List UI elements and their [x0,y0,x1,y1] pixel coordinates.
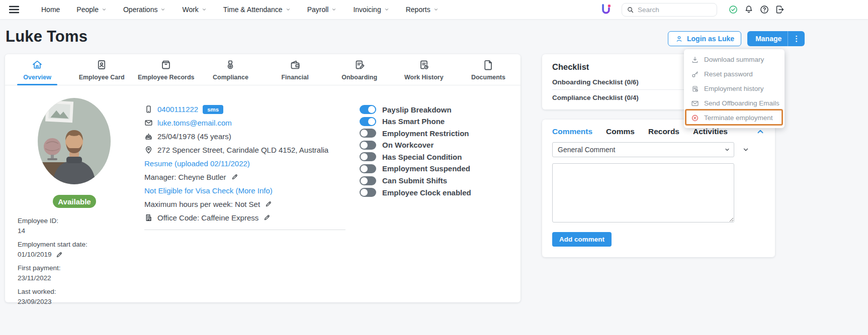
overview-content: Available Employee ID: 14 Employment sta… [5,85,520,302]
nav-item-time-attendance[interactable]: Time & Attendance [223,6,291,14]
toggle-label: Payslip Breakdown [382,105,452,114]
document-edit-icon [354,59,366,71]
toggle-switch[interactable] [360,152,376,161]
kebab-menu-icon[interactable]: ⋮ [788,31,805,46]
tab-onboarding[interactable]: Onboarding [327,54,392,85]
nav-item-work[interactable]: Work [182,6,206,14]
nav-item-payroll[interactable]: Payroll [307,6,337,14]
tab-employee-card[interactable]: Employee Card [69,54,134,85]
add-comment-button[interactable]: Add comment [552,232,612,247]
menu-item-send-offboarding-emails[interactable]: Send Offboarding Emails [684,96,785,110]
hamburger-menu-icon[interactable] [9,6,19,14]
toggle-employment-restriction[interactable]: Employment Restriction [360,129,471,138]
detail-label: Employment start date: [18,240,88,250]
tab-label: Employee Records [138,74,195,81]
detail-value: 14 [18,226,25,236]
toggle-switch[interactable] [360,164,376,173]
edit-pencil-icon[interactable] [265,200,272,208]
toggle-switch[interactable] [360,141,376,150]
global-search[interactable] [622,3,717,17]
help-icon[interactable] [759,5,769,15]
detail-value: 01/10/2019 [18,250,52,260]
nav-item-people[interactable]: People [76,6,107,14]
tab-financial[interactable]: Financial [263,54,327,85]
toggle-can-submit-shifts[interactable]: Can Submit Shifts [360,176,471,185]
menu-item-reset-password[interactable]: Reset password [684,67,785,81]
tab-activities[interactable]: Activities [693,127,728,136]
employee-overview-card: Overview Employee Card Employee Records … [5,54,520,302]
toggle-has-special-condition[interactable]: Has Special Condition [360,152,471,161]
email-link[interactable]: luke.toms@email.com [157,119,232,127]
nav-label: People [76,6,99,14]
employee-photo [38,98,111,184]
toggle-has-smart-phone[interactable]: Has Smart Phone [360,117,471,126]
nav-item-operations[interactable]: Operations [123,6,165,14]
comment-textarea[interactable] [552,163,734,222]
menu-item-terminate-employment[interactable]: Terminate employment [684,110,785,125]
detail-value: 23/09/2023 [18,297,52,307]
toggle-employment-suspended[interactable]: Employment Suspended [360,164,471,173]
toggle-switch[interactable] [360,105,376,114]
menu-item-employment-history[interactable]: Employment history [684,81,785,96]
edit-pencil-icon[interactable] [231,173,238,181]
birthday-row: 25/04/1978 (45 years) [144,130,360,143]
mobile-phone-icon [144,105,153,114]
manage-button[interactable]: Manage ⋮ [747,31,805,46]
toggle-label: Has Smart Phone [382,117,445,126]
status-check-icon[interactable] [728,5,738,15]
resume-link[interactable]: Resume (uploaded 02/11/2022) [144,159,250,168]
tab-compliance[interactable]: Compliance [198,54,263,85]
sms-badge[interactable]: sms [203,105,223,114]
toggle-payslip-breakdown[interactable]: Payslip Breakdown [360,105,471,114]
toggle-label: Employee Clock enabled [382,188,471,197]
detail-start-date: Employment start date: 01/10/2019 [18,240,88,260]
download-icon [691,56,699,64]
toggle-switch[interactable] [360,129,376,138]
collapse-chevron-up-icon[interactable] [756,127,765,136]
search-input[interactable] [638,6,703,14]
person-icon [675,35,683,43]
search-icon [627,6,634,14]
tab-overview[interactable]: Overview [5,54,69,85]
comments-card: Comments Comms Records Activities Genera… [542,120,775,257]
nav-item-reports[interactable]: Reports [406,6,439,14]
office-code-row: Office Code: Caffeine Express [144,211,360,225]
toggle-switch[interactable] [360,176,376,185]
document-icon [482,59,494,71]
nav-item-home[interactable]: Home [41,6,60,14]
phone-row: 0400111222 sms [144,102,360,116]
phone-link[interactable]: 0400111222 [157,105,198,114]
notifications-bell-icon[interactable] [744,5,754,15]
max-hours-row: Maximum hours per week: Not Set [144,197,360,211]
logout-icon[interactable] [775,5,785,15]
chevron-down-icon [160,7,165,12]
toggle-label: On Workcover [382,141,433,149]
tab-label: Compliance [213,74,248,81]
tab-comms[interactable]: Comms [606,127,635,136]
office-code-text: Office Code: Caffeine Express [157,213,258,222]
tab-documents[interactable]: Documents [456,54,520,85]
tab-employee-records[interactable]: Employee Records [134,54,198,85]
tab-label: Employee Card [79,74,125,81]
tab-records[interactable]: Records [648,127,679,136]
toggle-label: Employment Suspended [382,164,470,173]
login-as-button[interactable]: Login as Luke [668,31,741,46]
toggle-on-workcover[interactable]: On Workcover [360,141,471,150]
header-buttons: Login as Luke Manage ⋮ [668,31,805,46]
home-icon [31,59,43,71]
toggle-switch[interactable] [360,117,376,126]
edit-pencil-icon[interactable] [55,251,63,259]
tab-comments[interactable]: Comments [552,127,592,136]
comment-type-select[interactable]: General Comment [552,142,734,157]
nav-item-invoicing[interactable]: Invoicing [353,6,389,14]
toggle-label: Has Special Condition [382,153,462,161]
visa-check-link[interactable]: Not Eligible for Visa Check (More Info) [144,186,273,195]
tab-work-history[interactable]: Work History [392,54,456,85]
toggle-switch[interactable] [360,188,376,197]
chevron-down-icon[interactable] [742,146,749,153]
toggle-employee-clock-enabled[interactable]: Employee Clock enabled [360,188,471,197]
edit-pencil-icon[interactable] [263,214,271,221]
page-title: Luke Toms [6,28,88,46]
divider [144,230,345,230]
menu-item-download-summary[interactable]: Download summary [684,52,785,67]
